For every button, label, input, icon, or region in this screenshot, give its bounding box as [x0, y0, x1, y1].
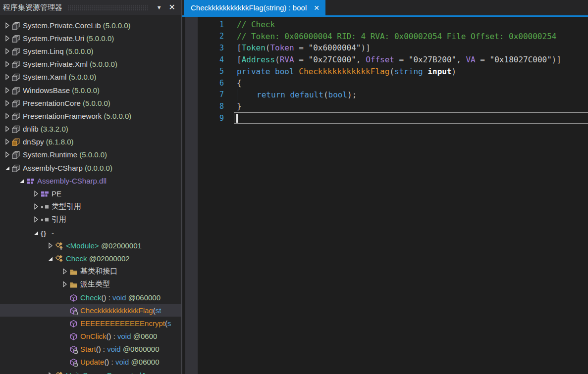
tree-item[interactable]: 类型引用: [0, 200, 181, 213]
expander-collapsed-icon[interactable]: [2, 60, 12, 68]
expander-collapsed-icon[interactable]: [2, 138, 12, 146]
tree-item[interactable]: Check() : void @060000: [0, 291, 181, 304]
tree-item[interactable]: PresentationCore (5.0.0.0): [0, 96, 181, 109]
expander-collapsed-icon[interactable]: [46, 241, 55, 250]
expander-collapsed-icon[interactable]: [2, 112, 12, 120]
code-line: 4[Address(RVA = "0x27C000", Offset = "0x…: [182, 54, 588, 66]
tree-item[interactable]: UnitySourceGeneratedAsse: [0, 369, 181, 374]
tree-item[interactable]: dnlib (3.3.2.0): [0, 123, 181, 136]
assembly-icon: [12, 151, 23, 159]
tree-item[interactable]: WindowsBase (5.0.0.0): [0, 84, 181, 96]
tree-item[interactable]: 派生类型: [0, 278, 181, 291]
tree-item[interactable]: 引用: [0, 213, 181, 226]
line-number: 3: [182, 44, 224, 52]
line-number: 5: [182, 67, 224, 76]
tree-item[interactable]: <Module> @02000001: [0, 239, 181, 252]
code-text: // Token: 0x06000004 RID: 4 RVA: 0x00002…: [224, 32, 556, 41]
assembly-icon: [12, 99, 23, 108]
tab-strip: CheckkkkkkkkkkkFlag(string) : bool ✕: [182, 0, 588, 15]
tree-item[interactable]: Assembly-CSharp (0.0.0.0): [0, 161, 181, 174]
document-area: CheckkkkkkkkkkkFlag(string) : bool ✕ 1//…: [182, 0, 588, 374]
tree-item[interactable]: Assembly-CSharp.dll: [0, 174, 181, 187]
tree-item[interactable]: 基类和接口: [0, 265, 181, 278]
expander-collapsed-icon[interactable]: [2, 73, 12, 81]
expander-collapsed-icon[interactable]: [31, 202, 41, 211]
class-icon: [55, 255, 66, 263]
tree-item[interactable]: System.Xaml (5.0.0.0): [0, 71, 181, 84]
drag-grip[interactable]: [67, 5, 148, 10]
class-internal-icon: [55, 372, 66, 374]
tree-item[interactable]: System.Linq (5.0.0.0): [0, 45, 181, 57]
panel-close-icon[interactable]: ✕: [166, 2, 178, 13]
assembly-icon: [12, 73, 23, 82]
method-private-icon: [69, 358, 80, 367]
tree-item[interactable]: Update() : void @06000: [0, 356, 181, 369]
tree-item-label: OnClick() : void @0600: [80, 332, 157, 340]
assembly-icon: [12, 112, 23, 121]
line-number: 8: [182, 102, 224, 111]
tree-item[interactable]: {}-: [0, 226, 181, 239]
expander-expanded-icon[interactable]: [17, 177, 26, 185]
tree-item-label: WindowsBase (5.0.0.0): [23, 86, 100, 94]
assembly-orange-icon: [12, 138, 23, 146]
code-line: 6{: [182, 77, 588, 89]
expander-collapsed-icon[interactable]: [60, 280, 69, 288]
tree-item[interactable]: Check @02000002: [0, 252, 181, 265]
tree-item-label: UnitySourceGeneratedAsse: [66, 371, 158, 374]
expander-collapsed-icon[interactable]: [2, 99, 12, 107]
tree-item-label: System.Linq (5.0.0.0): [23, 47, 94, 55]
tree-item-label: 派生类型: [80, 280, 110, 289]
tree-item-label: Check() : void @060000: [80, 293, 160, 302]
expander-collapsed-icon[interactable]: [2, 47, 12, 55]
tree-item[interactable]: System.Private.Xml (5.0.0.0): [0, 58, 181, 71]
tree-item[interactable]: dnSpy (6.1.8.0): [0, 136, 181, 148]
tree-item[interactable]: PE: [0, 187, 181, 200]
expander-collapsed-icon[interactable]: [2, 34, 12, 43]
expander-expanded-icon[interactable]: [31, 229, 41, 237]
code-line: 2// Token: 0x06000004 RID: 4 RVA: 0x0000…: [182, 31, 588, 43]
tree-item-label: PresentationCore (5.0.0.0): [23, 99, 110, 107]
expander-collapsed-icon[interactable]: [60, 267, 69, 276]
tree-item[interactable]: PresentationFramework (5.0.0.0): [0, 109, 181, 122]
expander-expanded-icon[interactable]: [2, 164, 12, 172]
tree-item[interactable]: CheckkkkkkkkkkkFlag(st: [0, 304, 181, 317]
assembly-icon: [12, 60, 23, 69]
code-text: private bool CheckkkkkkkkkkkFlag(string …: [224, 67, 456, 76]
code-text: [Token(Token = "0x6000004")]: [224, 43, 371, 52]
folder-icon: [69, 280, 80, 289]
code-lines: 1// Check2// Token: 0x06000004 RID: 4 RV…: [182, 19, 588, 124]
expander-collapsed-icon[interactable]: [2, 125, 12, 133]
tab-close-icon[interactable]: ✕: [314, 4, 320, 12]
expander-collapsed-icon[interactable]: [2, 86, 12, 94]
expander-collapsed-icon[interactable]: [31, 215, 41, 224]
expander-collapsed-icon[interactable]: [2, 21, 12, 30]
tree-item-label: CheckkkkkkkkkkkFlag(st: [80, 306, 161, 315]
module-icon: [41, 190, 52, 198]
tree-item-label: Update() : void @06000: [80, 358, 160, 366]
expander-collapsed-icon[interactable]: [31, 189, 41, 198]
class-internal-icon: [55, 242, 66, 250]
line-number: 1: [182, 20, 224, 29]
code-line: 9: [182, 112, 588, 124]
method-private-icon: [69, 307, 80, 315]
tree-item[interactable]: System.Private.CoreLib (5.0.0.0): [0, 19, 181, 32]
line-number: 6: [182, 79, 224, 88]
tree-item[interactable]: System.Private.Uri (5.0.0.0): [0, 32, 181, 45]
tree-item[interactable]: Start() : void @0600000: [0, 343, 181, 356]
tree-item[interactable]: OnClick() : void @0600: [0, 330, 181, 343]
assembly-icon: [12, 35, 23, 43]
expander-collapsed-icon[interactable]: [2, 150, 12, 159]
tab-checkflag[interactable]: CheckkkkkkkkkkkFlag(string) : bool ✕: [184, 0, 325, 15]
expander-collapsed-icon[interactable]: [46, 371, 55, 374]
code-text: return default(bool);: [224, 90, 357, 99]
expander-expanded-icon[interactable]: [46, 254, 55, 263]
tree-item[interactable]: System.Runtime (5.0.0.0): [0, 148, 181, 161]
code-text: {: [224, 78, 242, 88]
tree-item-label: System.Private.Uri (5.0.0.0): [23, 34, 114, 43]
dnspy-window: 程序集资源管理器 ▼ ✕ System.Private.CoreLib (5.0…: [0, 0, 588, 374]
tree-item[interactable]: EEEEEEEEEEEEEncrypt(s: [0, 317, 181, 329]
chevron-down-icon[interactable]: ▼: [153, 3, 166, 11]
code-editor[interactable]: 1// Check2// Token: 0x06000004 RID: 4 RV…: [182, 17, 588, 374]
tab-title: CheckkkkkkkkkkkFlag(string) : bool: [191, 3, 307, 12]
line-number: 9: [182, 114, 224, 123]
